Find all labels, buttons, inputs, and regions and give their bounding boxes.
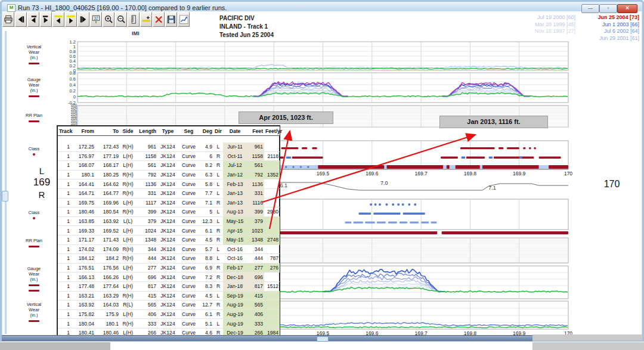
table-cell: 444 [136,254,157,264]
last-page-button[interactable] [78,12,89,27]
table-cell: L [213,291,223,301]
table-row[interactable]: 1171.17171.43L(H)1348JK124Curve4.5RMay-1… [58,235,280,244]
add-reference-line-button[interactable] [140,12,152,27]
gauge-wear-run-line [253,89,348,97]
table-cell: 565 [247,301,264,310]
scrollbar-thumb[interactable] [317,336,329,342]
minimize-button[interactable]: — [581,4,599,13]
column-header[interactable]: To [95,126,120,136]
trend-chart-button[interactable] [178,12,190,27]
table-row[interactable]: 1172.25172.43R(H)961JK124Curve4.9LJun-11… [58,143,280,151]
table-cell: Curve [178,281,199,291]
scroll-left-button[interactable] [52,12,64,27]
table-row[interactable]: 1163.92164.03R(L)565JK124Curve12.7RAug-1… [58,301,280,310]
table-cell: L(H) [120,309,136,319]
table-cell: 379 [136,216,157,226]
table-row[interactable]: 1180.04180.1R(H)333JK124Curve5.1LAug-193… [58,319,280,329]
table-row[interactable]: 1164.71164.77R(H)331JK124Curve7.7LJan-13… [58,188,280,198]
run-legend-item: Jun 25 2004 [73] [569,14,639,21]
horizontal-scrollbar[interactable] [2,335,532,341]
y-axis-tick: 0.2 [70,63,76,69]
scroll-right-button[interactable] [65,12,77,27]
table-row[interactable]: 1163.85163.92L(L)379JK124Curve12.3LMay-1… [58,216,280,226]
axis-label-line: RR Plan [14,238,54,243]
delete-button[interactable] [153,12,165,27]
table-cell: 5.8 [199,179,213,189]
table-cell: 168.07 [71,161,95,171]
class-segment-red [494,157,534,159]
table-row[interactable]: 1177.48177.64L(H)817JK124Curve8.3RJan-18… [58,281,280,291]
ruler-button[interactable] [128,12,140,27]
column-header[interactable]: Seg [178,126,199,136]
title-bar[interactable]: M Run 73 - HI_1800_040625 [169.00 - 170.… [2,2,642,11]
table-cell: L [213,188,223,198]
table-row[interactable]: 1169.75169.96L(H)1117JK124Curve7.1RJan-1… [58,198,280,207]
jump-forward-button[interactable] [40,12,52,27]
table-row[interactable]: 1184.12184.2R(H)444JK124Curve8.8LOct-164… [58,254,280,264]
app-icon: M [7,4,16,12]
jump-back-button[interactable] [27,12,39,27]
table-cell: 2118 [264,151,280,161]
table-row[interactable]: 1176.97177.19L(H)1158JK124Curve6ROct-111… [58,151,280,161]
table-cell: 5.7 [199,244,213,254]
save-icon [166,14,176,24]
table-row[interactable]: 1180.1180.25R(H)792JK124Curve6.3LJan-127… [58,170,280,179]
table-cell: L(H) [120,198,136,207]
column-header[interactable]: From [71,126,95,136]
pane-splitter[interactable] [5,31,7,334]
window-32-button[interactable]: 32 [90,12,102,27]
column-header[interactable]: Length [136,126,157,136]
zoom-out-button[interactable] [115,12,127,27]
close-button[interactable]: ✕ [617,4,637,13]
class-dot [370,203,372,206]
table-cell: 817 [247,281,264,291]
curve-wear-table[interactable]: TrackFromToSideLengthTypeSegDegDirDateFe… [57,125,280,339]
table-row[interactable]: 1180.46180.54R(H)399JK124Curve5LAug-1339… [58,207,280,217]
table-cell: 6.9 [199,263,213,272]
maximize-button[interactable]: ▫ [599,4,617,13]
table-cell: JK124 [157,216,178,226]
class-bottom-label: Class [14,210,54,221]
table-cell: 180.54 [95,207,120,217]
save-button[interactable] [165,12,177,27]
table-cell: 176.56 [95,263,120,272]
class-segment-blue [421,222,429,224]
column-header[interactable]: Side [120,126,136,136]
table-cell: Dec-18 [223,272,247,282]
table-row[interactable]: 1168.07168.17L(H)561JK124Curve8.2RJul-12… [58,161,280,171]
table-row[interactable]: 1176.51176.56L(H)277JK124Curve6.9RFeb-17… [58,263,280,272]
column-header[interactable]: Type [157,126,178,136]
class-bar-red [549,165,568,169]
table-row[interactable]: 1163.21163.29R(H)415JK124Curve4.5LSep-19… [58,291,280,301]
zoom-in-button[interactable] [103,12,114,27]
table-row[interactable]: 1169.33169.52L(H)1024JK124Curve6.1RApr-1… [58,226,280,236]
zoom-in-icon [104,14,113,24]
table-row[interactable]: 1174.02174.09R(H)344JK124Curve5.7LOct-16… [58,244,280,254]
table-cell: JK124 [157,207,178,217]
class-dot-marker [33,217,35,219]
table-row[interactable]: 1164.41164.62R(H)1136JK124Curve5.8LFeb-1… [58,179,280,189]
column-header[interactable]: Feet [247,126,264,136]
column-header[interactable]: Track [58,126,71,136]
print-button[interactable] [2,12,14,27]
gauge-wear-run-line [253,93,348,97]
first-page-button[interactable] [15,12,27,27]
table-cell: JK124 [157,179,178,189]
column-header[interactable]: Dir [213,126,223,136]
column-header[interactable]: Deg [199,126,213,136]
mid-axis-tick: 169.6 [366,171,379,176]
table-cell: 277 [136,263,157,272]
column-header[interactable]: Date [223,126,247,136]
table-cell: R [213,301,223,310]
table-cell: Oct-11 [223,151,247,161]
table-row[interactable]: 1166.13166.26L(H)696JK124Curve7.2RDec-18… [58,272,280,282]
column-header[interactable]: Feet/yr [264,126,280,136]
series-color-marker [29,246,39,247]
table-cell: 176.51 [71,263,95,272]
table-row[interactable]: 1175.82175.9L(H)406JK124Curve6.1RAug-194… [58,309,280,319]
pane-splitter-handle[interactable] [2,191,8,202]
header-track: INLAND - Track 1 [219,23,268,30]
table-cell: R(H) [120,254,136,264]
axis-label-line: Vertical [14,44,54,49]
table-cell: 406 [136,309,157,319]
